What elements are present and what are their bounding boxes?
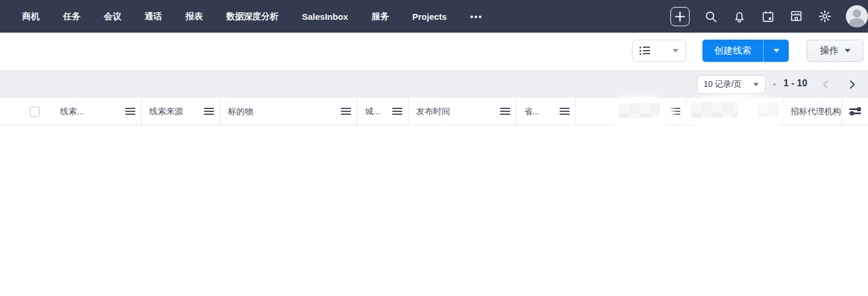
chevron-down-icon <box>845 49 851 52</box>
chevron-down-icon <box>673 49 679 52</box>
column-header[interactable]: 城... <box>357 98 409 125</box>
top-navigation-bar: 商机 任务 会议 通话 报表 数据深度分析 SalesInbox 服务 Proj… <box>0 0 868 33</box>
pagination-bar: 10 记录/页 • 1 - 10 <box>0 70 868 98</box>
list-toolbar: 创建线索 操作 <box>0 33 868 70</box>
nav-item[interactable]: 任务 <box>63 11 80 22</box>
nav-item[interactable]: 服务 <box>371 11 389 22</box>
search-button[interactable] <box>703 9 718 24</box>
next-page-button[interactable] <box>846 78 859 91</box>
column-header-label: 发布时间 <box>416 106 450 117</box>
column-menu-icon[interactable] <box>341 108 351 115</box>
create-lead-button[interactable]: 创建线索 <box>702 40 764 62</box>
settings-button[interactable] <box>817 9 832 24</box>
list-view-icon <box>639 47 650 55</box>
pagination-separator: • <box>773 80 776 89</box>
record-range: 1 - 10 <box>783 78 807 89</box>
gear-icon <box>818 9 832 23</box>
marketplace-icon <box>789 9 803 23</box>
nav-item[interactable]: 商机 <box>22 11 40 22</box>
previous-page-button[interactable] <box>818 78 831 91</box>
column-header[interactable]: 线索来源 <box>142 98 220 125</box>
nav-more-menu[interactable]: ••• <box>470 12 483 22</box>
records-per-page-value: 10 记录/页 <box>704 79 742 90</box>
nav-items: 商机 任务 会议 通话 报表 数据深度分析 SalesInbox 服务 Proj… <box>0 11 447 22</box>
chevron-down-icon <box>754 83 759 86</box>
nav-item[interactable]: 报表 <box>185 11 203 22</box>
column-header-label: 线索... <box>60 106 84 117</box>
column-header[interactable]: 发布时间 <box>409 98 516 125</box>
marketplace-button[interactable] <box>789 9 804 24</box>
select-all-checkbox[interactable] <box>30 107 40 117</box>
search-icon <box>704 10 718 23</box>
calendar-icon <box>761 10 775 23</box>
records-per-page-select[interactable]: 10 记录/页 <box>697 75 765 94</box>
create-lead-split-button: 创建线索 <box>702 40 789 62</box>
redaction-block <box>619 103 660 118</box>
quick-create-button[interactable] <box>670 7 690 26</box>
column-header[interactable]: 招标代理机构 <box>783 98 842 125</box>
chevron-right-icon <box>849 80 856 89</box>
column-header-label: 线索来源 <box>149 106 183 117</box>
bell-icon <box>733 10 746 23</box>
avatar-body <box>849 18 865 27</box>
nav-item[interactable]: 通话 <box>145 11 162 22</box>
column-settings-cell <box>842 98 868 125</box>
column-header[interactable]: 省... <box>516 98 576 125</box>
actions-button[interactable]: 操作 <box>807 40 863 62</box>
nav-item[interactable]: 会议 <box>104 11 121 22</box>
notifications-button[interactable] <box>732 9 747 24</box>
table-header-row: 线索... 线索来源 标的物 城... 发布时间 省... 招标代理机构 <box>0 98 868 125</box>
calendar-button[interactable] <box>760 9 775 24</box>
nav-item[interactable]: Projects <box>412 12 447 22</box>
chevron-left-icon <box>822 80 828 89</box>
column-header-label: 招标代理机构 <box>790 106 841 117</box>
avatar-head <box>853 9 861 17</box>
plus-icon <box>675 12 685 22</box>
crm-leads-page: 商机 任务 会议 通话 报表 数据深度分析 SalesInbox 服务 Proj… <box>0 0 868 296</box>
actions-label: 操作 <box>820 45 839 57</box>
select-all-cell <box>23 98 52 125</box>
column-menu-icon[interactable] <box>500 108 510 115</box>
column-header-label: 标的物 <box>228 106 254 117</box>
column-menu-icon[interactable] <box>392 108 402 115</box>
list-view-selector[interactable] <box>632 40 686 62</box>
user-avatar[interactable] <box>846 5 868 27</box>
column-header[interactable]: 标的物 <box>220 98 357 125</box>
column-settings-icon[interactable] <box>849 108 861 114</box>
nav-item[interactable]: SalesInbox <box>302 12 348 22</box>
nav-item[interactable]: 数据深度分析 <box>226 11 279 22</box>
nav-right-icons <box>670 0 862 33</box>
column-menu-icon[interactable] <box>560 108 570 115</box>
column-header-label: 城... <box>365 106 381 117</box>
redaction-block <box>691 102 737 118</box>
create-lead-dropdown[interactable] <box>764 40 789 62</box>
column-header-label: 省... <box>524 106 540 117</box>
chevron-down-icon <box>774 49 779 52</box>
column-menu-icon[interactable] <box>204 108 214 115</box>
column-menu-icon[interactable] <box>125 108 135 115</box>
column-header[interactable]: 线索... <box>52 98 142 125</box>
redaction-block <box>758 103 779 117</box>
